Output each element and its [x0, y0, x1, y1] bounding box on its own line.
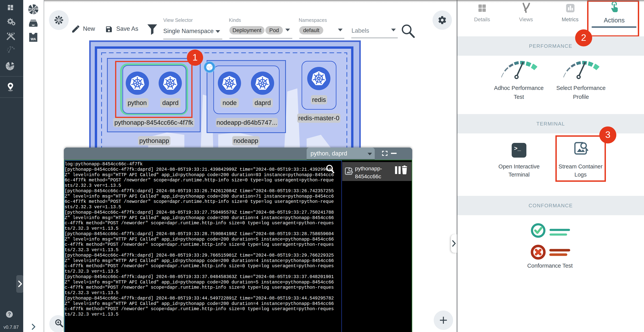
svg-text:WA: WA	[30, 37, 36, 41]
